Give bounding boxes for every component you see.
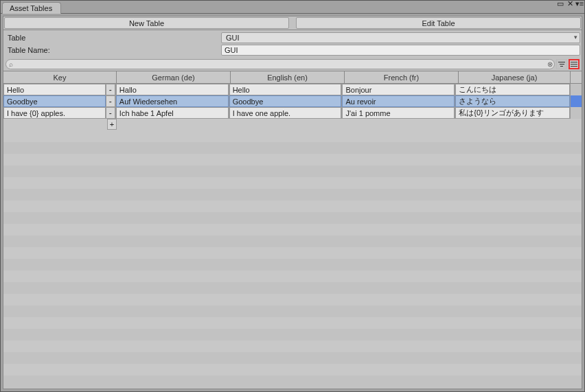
table-name-input[interactable]: GUI [221, 45, 580, 56]
de-cell[interactable]: Hallo [116, 84, 229, 95]
window-title: Asset Tables [10, 4, 52, 12]
search-icon: ⌕ [9, 60, 13, 68]
fr-cell[interactable]: Bonjour [342, 84, 455, 95]
table-label: Table [5, 34, 221, 42]
localization-table: Key German (de) English (en) French (fr)… [3, 71, 582, 384]
menu-button[interactable] [569, 59, 580, 69]
fr-cell[interactable]: J'ai 1 pomme [342, 107, 455, 119]
ja-cell[interactable]: こんにちは [455, 84, 570, 95]
column-header-en[interactable]: English (en) [231, 71, 345, 83]
key-cell[interactable]: I have {0} apples. [3, 107, 106, 119]
de-cell[interactable]: Ich habe 1 Apfel [116, 107, 229, 119]
table-name-label: Table Name: [5, 46, 221, 54]
table-row: Goodbye- Auf Wiedersehen Goodbye Au revo… [3, 95, 582, 107]
title-bar: Asset Tables [1, 1, 584, 14]
key-cell[interactable]: Hello [3, 84, 106, 95]
column-header-fr[interactable]: French (fr) [345, 71, 459, 83]
table-dropdown[interactable]: GUI [221, 32, 580, 43]
remove-row-button[interactable]: - [106, 95, 115, 107]
filter-button[interactable] [556, 59, 567, 69]
remove-row-button[interactable]: - [106, 84, 115, 95]
fr-cell[interactable]: Au revoir [342, 95, 455, 107]
new-table-tab[interactable]: New Table [4, 17, 289, 29]
column-header-de[interactable]: German (de) [117, 71, 231, 83]
table-row: Hello- Hallo Hello Bonjour こんにちは [3, 84, 582, 95]
de-cell[interactable]: Auf Wiedersehen [116, 95, 229, 107]
window-tab[interactable]: Asset Tables [2, 2, 61, 14]
en-cell[interactable]: Goodbye [229, 95, 342, 107]
en-cell[interactable]: Hello [229, 84, 342, 95]
remove-row-button[interactable]: - [106, 107, 115, 119]
en-cell[interactable]: I have one apple. [229, 107, 342, 119]
add-row-button[interactable]: + [107, 119, 117, 130]
window-lock-icon[interactable]: ▭ [556, 0, 564, 7]
row-selection-indicator [571, 95, 582, 107]
search-input[interactable]: ⌕ ⊗ [5, 59, 555, 69]
ja-cell[interactable]: 私は{0}リンゴがあります [455, 107, 570, 119]
table-row: I have {0} apples.- Ich habe 1 Apfel I h… [3, 107, 582, 119]
add-row: + [3, 119, 582, 130]
edit-table-tab[interactable]: Edit Table [296, 17, 581, 29]
window-close-icon[interactable]: ✕ [566, 0, 574, 7]
ja-cell[interactable]: さようなら [455, 95, 570, 107]
mode-tabs: New Table Edit Table [3, 16, 582, 30]
column-header-key[interactable]: Key [3, 71, 117, 83]
clear-search-icon[interactable]: ⊗ [547, 60, 553, 68]
window-menu-icon[interactable]: ▾≡ [575, 0, 584, 7]
key-cell[interactable]: Goodbye [3, 95, 106, 107]
column-header-ja[interactable]: Japanese (ja) [459, 71, 571, 83]
